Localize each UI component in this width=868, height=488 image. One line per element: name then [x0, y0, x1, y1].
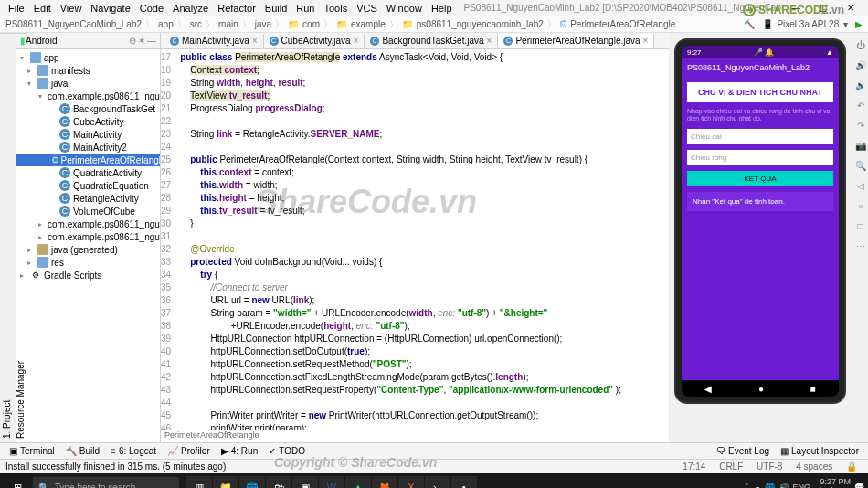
rotate-right-icon[interactable]: ↷ [854, 121, 867, 133]
app-browser[interactable]: 🦊 [372, 476, 397, 488]
tab-perimeter[interactable]: CPerimeterAreaOfRetangle.java× [498, 34, 654, 48]
tree-class[interactable]: CVolumeOfCube [16, 205, 160, 217]
menu-analyze[interactable]: Analyze [168, 3, 213, 14]
run-icon[interactable]: ▶ [853, 19, 864, 29]
recent-icon[interactable]: ■ [810, 384, 816, 394]
status-encoding[interactable]: UTF-8 [751, 461, 788, 472]
hide-icon[interactable]: — [147, 36, 156, 46]
volume-down-icon[interactable]: 🔉 [854, 80, 867, 93]
home-icon[interactable]: ○ [854, 201, 867, 214]
tree-res[interactable]: ▸res [16, 256, 160, 269]
menu-view[interactable]: View [56, 3, 87, 14]
menu-run[interactable]: Run [291, 3, 319, 14]
tray-network-icon[interactable]: 🌐 [765, 483, 775, 488]
app-androidstudio[interactable]: ▲ [345, 476, 371, 488]
camera-icon[interactable]: 📷 [854, 141, 867, 154]
crumb-part[interactable]: app [156, 19, 175, 29]
code-content[interactable]: public class PerimeterAreaOfRetangle ext… [176, 49, 669, 430]
project-tree[interactable]: ▾app ▸manifests ▾java ▾com.example.ps086… [16, 49, 160, 442]
back-icon[interactable]: ◁ [854, 181, 867, 194]
gear-icon[interactable]: ✶ [138, 36, 145, 46]
home-icon[interactable]: ● [758, 384, 764, 394]
tree-javagen[interactable]: ▸java (generated) [16, 243, 160, 256]
close-icon[interactable]: × [354, 36, 359, 46]
zoom-icon[interactable]: 🔍 [854, 161, 867, 174]
tab-run[interactable]: ▶ 4: Run [216, 446, 263, 456]
crumb-part[interactable]: main [217, 19, 240, 29]
app-powershell[interactable]: ›_ [425, 476, 450, 488]
tree-pkg[interactable]: ▾com.example.ps08611_nguyencaominh_lab2 [16, 90, 160, 102]
menu-navigate[interactable]: Navigate [86, 3, 134, 14]
rotate-left-icon[interactable]: ↶ [854, 101, 867, 113]
tree-class[interactable]: CMainActivity [16, 128, 160, 141]
menu-build[interactable]: Build [260, 3, 291, 14]
tree-java[interactable]: ▾java [16, 77, 160, 90]
status-crlf[interactable]: CRLF [714, 461, 748, 472]
crumb-part[interactable]: src [188, 19, 204, 29]
tree-pkg[interactable]: ▸com.example.ps08611_nguyencaominh_lab2 … [16, 230, 160, 243]
menu-refactor[interactable]: Refactor [213, 3, 260, 14]
app-word[interactable]: W [319, 476, 344, 488]
tree-class-selected[interactable]: CPerimeterAreaOfRetangle [16, 154, 160, 166]
tree-manifests[interactable]: ▸manifests [16, 64, 160, 77]
more-icon[interactable]: ⋯ [854, 241, 867, 254]
crumb-root[interactable]: PS08611_NguyenCaoMinh_Lab2 [4, 19, 143, 29]
tree-app[interactable]: ▾app [16, 51, 160, 64]
project-view-label[interactable]: Android [26, 36, 129, 46]
tab-terminal[interactable]: ▣ Terminal [4, 446, 60, 456]
app-misc[interactable]: ▪ [451, 476, 477, 488]
crumb-part[interactable]: com [301, 19, 322, 29]
power-icon[interactable]: ⏻ [854, 40, 867, 53]
tray-cloud-icon[interactable]: ☁ [753, 483, 761, 488]
tool-project[interactable]: 1: Project [0, 33, 14, 442]
system-tray[interactable]: ˄ ☁ 🌐 🔊 ENG 9:27 PM7/21/2020 💬 [745, 478, 864, 488]
menu-edit[interactable]: Edit [29, 3, 56, 14]
tab-profiler[interactable]: 📈 Profiler [162, 446, 216, 456]
tree-class[interactable]: CQuadraticActivity [16, 166, 160, 179]
status-spaces[interactable]: 4 spaces [790, 461, 838, 472]
editor-crumb[interactable]: PerimeterAreaOfRetangle [161, 430, 669, 442]
menu-file[interactable]: File [4, 3, 29, 14]
menu-vcs[interactable]: VCS [352, 3, 382, 14]
collapse-icon[interactable]: ⊖ [129, 36, 136, 46]
crumb-part[interactable]: java [253, 19, 273, 29]
overview-icon[interactable]: □ [854, 221, 867, 234]
app-chrome[interactable]: 🌐 [239, 476, 265, 488]
taskbar-search[interactable]: 🔍 Type here to search [33, 477, 179, 488]
tab-build[interactable]: 🔨 Build [60, 446, 105, 456]
code-editor[interactable]: 17 18 19 20 21 22 23 24 25 26 27 28 29 3… [161, 49, 669, 430]
tab-todo[interactable]: ✓ TODO [263, 446, 311, 456]
app-taskview[interactable]: ▥ [186, 476, 212, 488]
crumb-part[interactable]: ps08611_nguyencaominh_lab2 [415, 19, 545, 29]
hammer-icon[interactable]: 🔨 [742, 19, 757, 29]
menu-help[interactable]: Help [427, 3, 457, 14]
phone-input-width[interactable]: Chieu rong [687, 150, 833, 165]
phone-input-length[interactable]: Chieu dai [687, 129, 833, 144]
tray-notifications-icon[interactable]: 💬 [854, 483, 864, 488]
app-terminal[interactable]: ▣ [292, 476, 318, 488]
crumb-part[interactable]: example [349, 19, 387, 29]
menu-tools[interactable]: Tools [319, 3, 352, 14]
lock-icon[interactable]: 🔒 [841, 461, 863, 472]
tree-class[interactable]: CBackgroundTaskGet [16, 102, 160, 115]
tray-lang[interactable]: ENG [792, 483, 810, 488]
phone-result-button[interactable]: KET QUA [687, 171, 833, 186]
tab-mainactivity[interactable]: CMainActivity.java× [164, 34, 264, 48]
tray-clock[interactable]: 9:27 PM7/21/2020 [814, 478, 851, 488]
tray-volume-icon[interactable]: 🔊 [778, 483, 789, 488]
close-icon[interactable]: × [487, 36, 492, 46]
tree-class[interactable]: CRetangleActivity [16, 192, 160, 205]
start-button[interactable]: ⊞ [4, 476, 31, 488]
status-position[interactable]: 17:14 [677, 461, 711, 472]
back-icon[interactable]: ◀ [704, 384, 712, 394]
app-xampp[interactable]: X [398, 476, 424, 488]
tree-class[interactable]: CCubeActivity [16, 115, 160, 128]
tab-eventlog[interactable]: 🗨 Event Log [711, 446, 775, 456]
tab-layoutinspector[interactable]: ▦ Layout Inspector [775, 446, 864, 456]
crumb-file[interactable]: PerimeterAreaOfRetangle [568, 19, 677, 29]
tab-cubeactivity[interactable]: CCubeActivity.java× [264, 34, 365, 48]
tree-gradle[interactable]: ▸⚙Gradle Scripts [16, 269, 160, 281]
tab-backgroundtask[interactable]: CBackgroundTaskGet.java× [365, 34, 498, 48]
tray-chevron-icon[interactable]: ˄ [745, 483, 749, 488]
tree-class[interactable]: CQuadraticEquation [16, 179, 160, 192]
